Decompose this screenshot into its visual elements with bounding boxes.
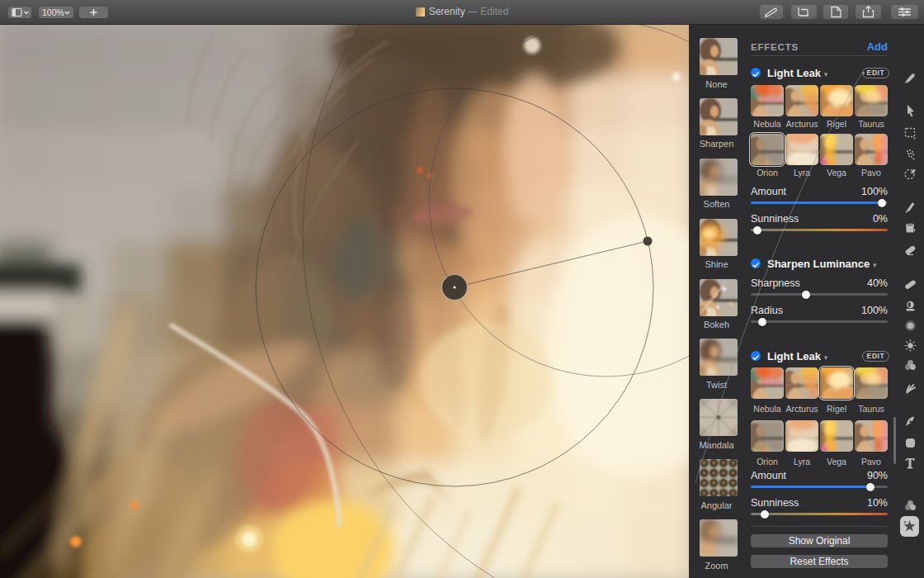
svg-text:100%: 100%	[42, 7, 64, 17]
